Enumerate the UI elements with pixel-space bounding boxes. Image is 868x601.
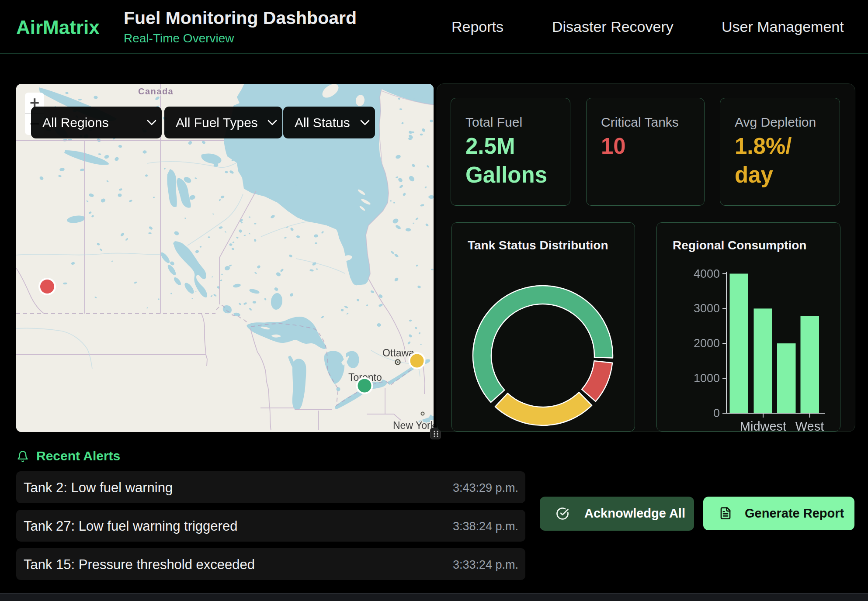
svg-text:4000: 4000 xyxy=(694,267,720,280)
svg-text:0: 0 xyxy=(713,407,720,420)
svg-text:New York: New York xyxy=(393,420,434,431)
svg-text:Midwest: Midwest xyxy=(740,419,786,432)
svg-text:3000: 3000 xyxy=(694,302,720,315)
svg-text:West: West xyxy=(795,419,824,432)
svg-text:1000: 1000 xyxy=(694,372,720,385)
svg-text:Canada: Canada xyxy=(138,86,174,96)
svg-text:2000: 2000 xyxy=(694,337,720,350)
